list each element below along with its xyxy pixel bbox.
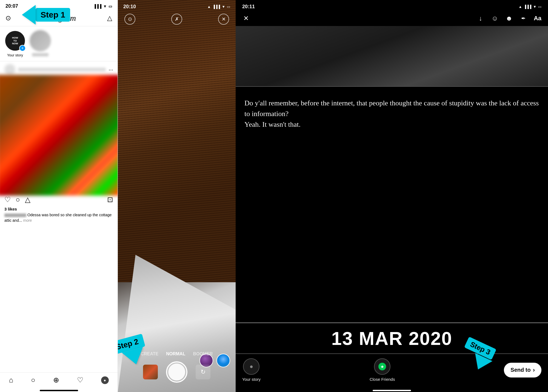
home-bar-3 — [373, 390, 411, 391]
shutter-button[interactable] — [166, 361, 187, 383]
post-caption: Odessa was bored so she cleaned up the c… — [0, 212, 118, 224]
shutter-inner — [168, 364, 185, 381]
emoji-face-icon[interactable]: ☺ — [490, 13, 500, 23]
other-story-item[interactable] — [30, 30, 51, 57]
text-icon[interactable]: Aa — [533, 13, 543, 23]
signal-icon-2: ▐▐▐ — [212, 5, 220, 9]
story-bottom-bar: ● Your story ★ Close Friends Send to › — [236, 354, 548, 390]
your-story-avatar-wrapper: HOWTONOW + — [4, 30, 26, 51]
flash-off-icon[interactable]: ✗ — [171, 14, 182, 25]
wifi-icon-3: ▼ — [533, 5, 536, 9]
step1-arrow — [22, 5, 36, 25]
caption-username — [4, 214, 26, 217]
download-story-icon[interactable]: ↓ — [476, 13, 486, 23]
green-star-badge: ★ — [378, 363, 386, 370]
avatar-logo-text: HOWTONOW — [12, 36, 18, 45]
close-friends-dest-label: Close Friends — [370, 377, 395, 382]
battery-icon-2: ▭ — [227, 5, 230, 9]
post-likes: 3 likes — [0, 207, 118, 212]
story-preview-area — [236, 26, 548, 86]
status-time-2: 20:10 — [123, 4, 136, 10]
flip-camera-icon: ↻ — [201, 368, 206, 376]
comment-icon[interactable]: ○ — [16, 195, 20, 204]
status-bar-2: 20:10 ▲ ▐▐▐ ▼ ▭ — [118, 0, 236, 12]
camera-flip-btn[interactable]: ↻ — [196, 365, 210, 379]
status-time-3: 20:11 — [242, 4, 255, 10]
phone3-story-editor: 20:11 ▲ ▐▐▐ ▼ ▭ ✕ ↓ ☺ ☻ ✒ Aa Do y'all re… — [236, 0, 548, 392]
post-image — [0, 75, 118, 196]
status-icons-3: ▲ ▐▐▐ ▼ ▭ — [519, 5, 541, 9]
feed-post: ··· ♡ ○ △ ⊡ 3 likes Odessa was bored so … — [0, 61, 118, 372]
home-nav-icon[interactable]: ⌂ — [9, 376, 13, 384]
date-banner: 13 MAR 2020 — [236, 323, 548, 354]
your-story-label: Your story — [7, 53, 23, 57]
story-dest-friends[interactable]: ★ Close Friends — [370, 358, 395, 382]
add-nav-icon[interactable]: ⊕ — [53, 376, 59, 384]
mode-boomer[interactable]: BOOMER — [193, 351, 213, 356]
stories-row: HOWTONOW + Your story — [0, 26, 118, 61]
camera-settings-icon[interactable]: ⊙ — [124, 14, 135, 25]
date-display: 13 MAR 2020 — [331, 328, 452, 349]
pen-icon[interactable]: ✒ — [518, 13, 528, 23]
status-icons-2: ▲ ▐▐▐ ▼ ▭ — [207, 5, 230, 9]
send-to-button[interactable]: Send to › — [504, 363, 541, 377]
home-bar-1 — [40, 390, 78, 391]
post-more-icon[interactable]: ··· — [109, 67, 113, 73]
home-indicator-3 — [236, 390, 548, 392]
sticker-icon[interactable]: ☻ — [504, 13, 514, 23]
profile-nav-icon[interactable]: ● — [101, 376, 109, 384]
add-story-badge[interactable]: + — [19, 45, 26, 51]
close-friends-circle: ★ — [374, 358, 390, 375]
story-tools-right: ↓ ☺ ☻ ✒ Aa — [476, 13, 543, 23]
your-story-item[interactable]: HOWTONOW + Your story — [4, 30, 26, 57]
caption-more[interactable]: more — [23, 218, 32, 223]
your-story-icon: ● — [250, 363, 253, 370]
close-story-icon[interactable]: ✕ — [241, 13, 251, 23]
post-avatar — [4, 64, 15, 75]
story-text-area: Do y'all remember, before the internet, … — [236, 87, 548, 322]
post-username — [18, 68, 106, 71]
sticker-background — [236, 26, 548, 86]
search-nav-icon[interactable]: ○ — [31, 376, 35, 384]
home-indicator-1 — [0, 390, 118, 392]
location-icon-3: ▲ — [519, 5, 522, 9]
like-icon[interactable]: ♡ — [4, 195, 11, 204]
status-bar-3: 20:11 ▲ ▐▐▐ ▼ ▭ — [236, 0, 548, 12]
close-camera-icon[interactable]: ✕ — [218, 14, 229, 25]
battery-icon-3: ▭ — [538, 5, 541, 9]
share-icon[interactable]: △ — [25, 195, 30, 204]
heart-nav-icon[interactable]: ♡ — [77, 376, 83, 384]
bottom-nav: ⌂ ○ ⊕ ♡ ● — [0, 372, 118, 390]
other-story-label — [32, 53, 48, 56]
step1-box: Step 1 — [36, 8, 70, 22]
status-icons-1: ▐▐▐ ▼ ▭ — [93, 4, 112, 8]
signal-icon-3: ▐▐▐ — [524, 5, 531, 9]
your-story-circle: ● — [243, 358, 259, 375]
your-story-dest-label: Your story — [242, 377, 261, 382]
camera-top-icons: ⊙ ✗ ✕ — [118, 14, 236, 25]
camera-wood-texture — [118, 0, 236, 282]
step1-annotation: Step 1 — [22, 5, 70, 25]
story-toolbar: ✕ ↓ ☺ ☻ ✒ Aa — [236, 12, 548, 26]
send-to-label: Send to — [510, 367, 530, 373]
gallery-thumbnail[interactable] — [143, 365, 158, 379]
wifi-icon-2: ▼ — [222, 5, 225, 9]
mode-normal[interactable]: NORMAL — [166, 351, 185, 356]
step1-label: Step 1 — [41, 10, 65, 19]
battery-icon-1: ▭ — [109, 4, 112, 8]
phone1-instagram: 20:07 ▐▐▐ ▼ ▭ ⊙ Instagram △ HOWTONOW + Y… — [0, 0, 118, 392]
dm-icon[interactable]: △ — [107, 14, 112, 22]
camera-icon[interactable]: ⊙ — [5, 14, 11, 22]
phone2-camera: 20:10 ▲ ▐▐▐ ▼ ▭ ⊙ ✗ ✕ Step 2 CREATE NORM… — [118, 0, 236, 392]
status-time-1: 20:07 — [5, 3, 18, 9]
story-quote: Do y'all remember, before the internet, … — [244, 98, 539, 130]
quote-text: Do y'all remember, before the internet, … — [244, 99, 539, 128]
other-story-avatar — [30, 30, 51, 51]
save-icon[interactable]: ⊡ — [107, 195, 113, 204]
story-dest-yours[interactable]: ● Your story — [242, 358, 261, 382]
post-left-actions: ♡ ○ △ — [4, 195, 30, 204]
signal-icon-1: ▐▐▐ — [93, 4, 101, 8]
location-icon-2: ▲ — [207, 5, 211, 9]
wifi-icon-1: ▼ — [103, 4, 107, 8]
send-to-chevron: › — [533, 367, 535, 374]
